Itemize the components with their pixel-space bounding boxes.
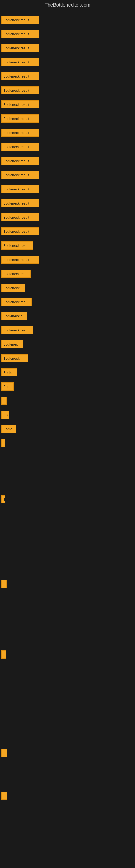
result-bar: Bottleneck result xyxy=(1,171,39,179)
result-bar: Bottleneck result xyxy=(1,72,39,80)
bar-label: Bottleneck result xyxy=(3,201,29,205)
bar-row: Bottleneck result xyxy=(1,41,134,55)
bar-row xyxy=(1,648,134,661)
bar-row xyxy=(1,478,134,492)
result-bar: Bottleneck result xyxy=(1,185,39,193)
bar-row: Bottleneck result xyxy=(1,27,134,41)
bar-row: Bottleneck result xyxy=(1,168,134,182)
result-bar: Bottleneck result xyxy=(1,199,39,207)
result-bar: Bottleneck r xyxy=(1,354,28,362)
bar-label: B xyxy=(3,399,6,403)
result-bar: Bottleneck result xyxy=(1,227,39,236)
bar-label: Bottleneck r xyxy=(3,314,22,318)
bar-row: Bottleneck re xyxy=(1,267,134,281)
bar-label: Bottleneck xyxy=(3,286,20,290)
bar-row xyxy=(1,633,134,648)
bar-row xyxy=(1,732,134,746)
bar-row xyxy=(1,619,134,633)
bar-label: Bottleneck result xyxy=(3,187,29,191)
bar-label: Bottleneck result xyxy=(3,74,29,79)
result-bar: Bottleneck result xyxy=(1,129,39,137)
bar-label: Bott xyxy=(3,384,9,389)
result-bar: B xyxy=(1,397,7,405)
result-bar: Bottleneck result xyxy=(1,143,39,151)
bar-row: Bo xyxy=(1,408,134,422)
bar-row xyxy=(1,803,134,817)
bar-row: Bottleneck result xyxy=(1,69,134,83)
bar-label: Bottleneck r xyxy=(3,356,22,361)
bar-row: Bottleneck result xyxy=(1,13,134,27)
bar-label: Bottleneck result xyxy=(3,46,29,50)
result-bar: Bott xyxy=(1,382,14,391)
result-bar: B xyxy=(1,439,5,447)
result-bar: Bottleneck res xyxy=(1,298,32,306)
result-bar: B xyxy=(1,495,5,503)
bars-container: Bottleneck resultBottleneck resultBottle… xyxy=(0,10,135,819)
result-bar: Bottleneck r xyxy=(1,312,27,320)
bar-row: Bottleneck res xyxy=(1,295,134,309)
bar-label: Bottleneck result xyxy=(3,173,29,177)
bar-row: Bottleneck r xyxy=(1,309,134,323)
bar-label: Bottleneck res xyxy=(3,244,26,248)
bar-row: Bottleneck result xyxy=(1,126,134,140)
bar-label: Bottle xyxy=(3,371,12,375)
result-bar: Bottleneck result xyxy=(1,86,39,94)
bar-row xyxy=(1,605,134,619)
bar-row: Bott xyxy=(1,379,134,394)
bar-label: Bo xyxy=(3,413,8,417)
bar-row: Bottleneck result xyxy=(1,140,134,154)
bar-row xyxy=(1,676,134,690)
bar-row xyxy=(1,450,134,464)
bar-row xyxy=(1,591,134,605)
bar-row xyxy=(1,704,134,718)
result-bar: Bo xyxy=(1,411,9,419)
bar-label: Bottle xyxy=(3,427,12,431)
bar-row xyxy=(1,506,134,521)
bar-row: Bottleneck result xyxy=(1,97,134,112)
bar-row xyxy=(1,535,134,549)
result-bar: Bottleneck result xyxy=(1,157,39,165)
bar-row: Bottleneck result xyxy=(1,112,134,126)
result-bar: Bottleneck result xyxy=(1,58,39,66)
result-bar: Bottleneck result xyxy=(1,255,39,264)
bar-label: Bottleneck result xyxy=(3,32,29,36)
bar-row: Bottleneck result xyxy=(1,196,134,210)
bar-label: Bottleneck res xyxy=(3,300,26,304)
result-bar xyxy=(1,749,7,757)
bar-label: Bottleneck result xyxy=(3,117,29,121)
bar-row: Bottlenec xyxy=(1,337,134,351)
site-title: TheBottlenecker.com xyxy=(0,0,135,10)
bar-row xyxy=(1,521,134,535)
bar-row xyxy=(1,760,134,774)
result-bar: Bottleneck result xyxy=(1,213,39,221)
result-bar: Bottleneck resu xyxy=(1,326,33,334)
bar-row: Bottleneck result xyxy=(1,224,134,239)
bar-row xyxy=(1,774,134,788)
bar-row xyxy=(1,746,134,760)
result-bar: Bottleneck res xyxy=(1,241,33,250)
bar-label: B xyxy=(3,441,5,445)
bar-label: Bottleneck result xyxy=(3,229,29,234)
bar-row: Bottleneck result xyxy=(1,83,134,97)
bar-row xyxy=(1,788,134,803)
bar-row: Bottle xyxy=(1,365,134,379)
result-bar: Bottleneck xyxy=(1,284,25,292)
bar-label: Bottleneck result xyxy=(3,159,29,163)
bar-label: Bottleneck resu xyxy=(3,328,28,332)
bar-row: Bottle xyxy=(1,422,134,436)
bar-label: Bottleneck result xyxy=(3,131,29,135)
result-bar: Bottleneck result xyxy=(1,30,39,38)
bar-label: Bottlenec xyxy=(3,342,18,346)
result-bar: Bottle xyxy=(1,425,16,433)
bar-row xyxy=(1,577,134,591)
bar-row: Bottleneck res xyxy=(1,239,134,252)
result-bar: Bottle xyxy=(1,368,17,376)
bar-row: Bottleneck xyxy=(1,281,134,295)
result-bar: Bottleneck result xyxy=(1,115,39,123)
bar-row: Bottleneck result xyxy=(1,182,134,196)
bar-label: Bottleneck result xyxy=(3,215,29,219)
bar-label: Bottleneck result xyxy=(3,88,29,93)
bar-row xyxy=(1,690,134,704)
bar-row: Bottleneck result xyxy=(1,210,134,224)
bar-row: Bottleneck result xyxy=(1,252,134,267)
